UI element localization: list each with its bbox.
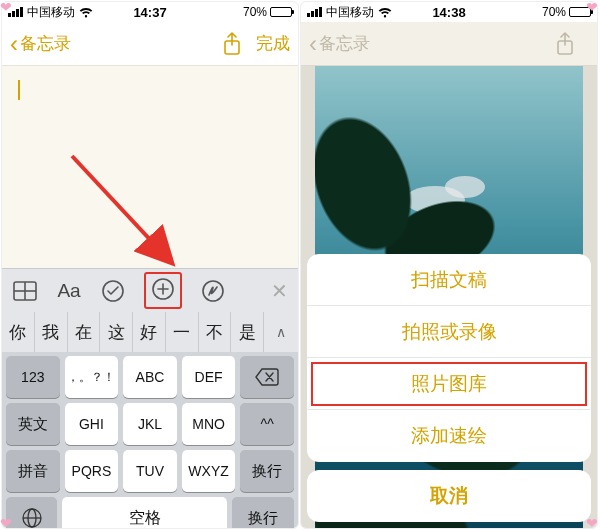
back-button[interactable]: ‹ 备忘录: [10, 32, 71, 56]
key-return[interactable]: 换行: [232, 497, 294, 529]
phone-right: 中国移动 14:38 70% ‹ 备忘录: [300, 1, 598, 529]
globe-icon: [21, 507, 43, 529]
back-label: 备忘录: [319, 32, 370, 55]
action-sheet-options: 扫描文稿 拍照或录像 照片图库 添加速绘: [307, 254, 591, 462]
text-cursor: [18, 80, 20, 100]
format-toolbar: Aa ✕: [2, 268, 298, 312]
key-def[interactable]: DEF: [182, 356, 236, 398]
suggestion-item[interactable]: 我: [35, 312, 68, 352]
status-bar: 中国移动 14:38 70%: [301, 2, 597, 22]
text-style-button[interactable]: Aa: [56, 278, 82, 304]
key-jkl[interactable]: JKL: [123, 403, 177, 445]
share-icon: [555, 32, 575, 56]
decoration-corner-icon: ❤: [0, 516, 14, 530]
draw-icon: [201, 279, 225, 303]
expand-suggestions-button[interactable]: ∧: [264, 312, 298, 352]
key-pinyin[interactable]: 拼音: [6, 450, 60, 492]
action-scan-documents[interactable]: 扫描文稿: [307, 254, 591, 306]
suggestion-bar: 你 我 在 这 好 一 不 是 ∧: [2, 312, 298, 352]
key-punct[interactable]: ，。？！: [65, 356, 119, 398]
key-english[interactable]: 英文: [6, 403, 60, 445]
key-numbers[interactable]: 123: [6, 356, 60, 398]
checklist-button[interactable]: [100, 278, 126, 304]
chevron-left-icon: ‹: [309, 32, 317, 56]
decoration-corner-icon: ❤: [0, 0, 14, 14]
dismiss-toolbar-button[interactable]: ✕: [271, 279, 288, 303]
action-photo-library[interactable]: 照片图库: [307, 358, 591, 410]
suggestion-item[interactable]: 是: [231, 312, 264, 352]
key-pqrs[interactable]: PQRS: [65, 450, 119, 492]
action-add-sketch[interactable]: 添加速绘: [307, 410, 591, 462]
key-delete[interactable]: [240, 356, 294, 398]
svg-line-1: [72, 156, 170, 261]
key-enter[interactable]: 换行: [240, 450, 294, 492]
note-editor[interactable]: [2, 66, 298, 268]
plus-circle-icon: [151, 277, 175, 301]
key-shift[interactable]: ^^: [240, 403, 294, 445]
suggestion-item[interactable]: 这: [100, 312, 133, 352]
decoration-corner-icon: ❤: [586, 0, 600, 14]
keyboard: 123 ，。？！ ABC DEF 英文 GHI JKL MNO ^^ 拼音 PQ…: [2, 352, 298, 529]
delete-icon: [255, 368, 279, 386]
clock: 14:38: [301, 5, 597, 20]
decoration-corner-icon: ❤: [586, 516, 600, 530]
phone-left: 中国移动 14:37 70% ‹ 备忘录 完成: [1, 1, 299, 529]
clock: 14:37: [2, 5, 298, 20]
share-button: [555, 32, 575, 56]
add-attachment-button[interactable]: [150, 276, 176, 302]
chevron-left-icon: ‹: [10, 32, 18, 56]
done-button[interactable]: 完成: [256, 32, 290, 55]
key-space[interactable]: 空格: [62, 497, 227, 529]
suggestion-item[interactable]: 一: [166, 312, 199, 352]
nav-bar: ‹ 备忘录 完成: [2, 22, 298, 66]
share-button[interactable]: [222, 32, 242, 56]
key-abc[interactable]: ABC: [123, 356, 177, 398]
action-cancel[interactable]: 取消: [307, 470, 591, 522]
nav-bar: ‹ 备忘录: [301, 22, 597, 66]
action-sheet: 扫描文稿 拍照或录像 照片图库 添加速绘 取消: [307, 254, 591, 522]
share-icon: [222, 32, 242, 56]
suggestion-item[interactable]: 不: [199, 312, 232, 352]
checklist-icon: [101, 279, 125, 303]
svg-point-9: [203, 281, 223, 301]
action-take-photo[interactable]: 拍照或录像: [307, 306, 591, 358]
annotation-arrow: [62, 146, 192, 276]
key-mno[interactable]: MNO: [182, 403, 236, 445]
table-button[interactable]: [12, 278, 38, 304]
status-bar: 中国移动 14:37 70%: [2, 2, 298, 22]
add-attachment-highlight: [144, 272, 182, 309]
back-button: ‹ 备忘录: [309, 32, 370, 56]
suggestion-item[interactable]: 在: [68, 312, 101, 352]
key-wxyz[interactable]: WXYZ: [182, 450, 236, 492]
back-label: 备忘录: [20, 32, 71, 55]
key-ghi[interactable]: GHI: [65, 403, 119, 445]
table-icon: [13, 281, 37, 301]
suggestion-item[interactable]: 你: [2, 312, 35, 352]
key-tuv[interactable]: TUV: [123, 450, 177, 492]
draw-button[interactable]: [200, 278, 226, 304]
suggestion-item[interactable]: 好: [133, 312, 166, 352]
